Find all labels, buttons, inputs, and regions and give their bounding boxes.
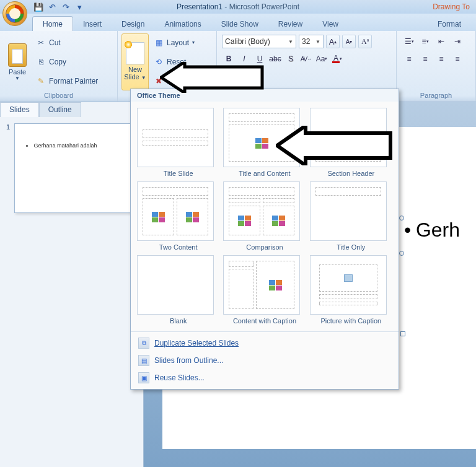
layout-label: Layout	[167, 38, 189, 47]
chevron-down-icon: ▼	[315, 39, 320, 45]
layout-button[interactable]: ▦ Layout ▾	[151, 37, 197, 49]
bullets-button[interactable]: ☰▾	[402, 35, 416, 48]
gallery-footer: ⧉ Duplicate Selected Slides ▤ Slides fro…	[131, 331, 399, 389]
numbering-button[interactable]: ≡▾	[418, 35, 433, 48]
group-paragraph: ☰▾ ≡▾ ⇤ ⇥ ≡ ≡ ≡ ≡ Paragraph	[397, 31, 476, 102]
clear-formatting-button[interactable]: Aª	[358, 35, 372, 48]
slide-number: 1	[6, 123, 10, 131]
chevron-down-icon: ▼	[288, 39, 293, 45]
align-right-button[interactable]: ≡	[434, 52, 449, 66]
paste-icon	[8, 43, 27, 67]
app-name: Microsoft PowerPoint	[229, 2, 299, 11]
copy-icon: ⎘	[36, 57, 46, 67]
paste-button[interactable]: Paste ▼	[4, 33, 31, 90]
tab-home[interactable]: Home	[32, 16, 73, 31]
underline-button[interactable]: U	[253, 52, 267, 66]
grow-font-button[interactable]: A▴	[326, 35, 340, 48]
resize-handle[interactable]	[399, 251, 404, 256]
cut-button[interactable]: ✂ Cut	[33, 37, 100, 49]
picture-icon	[344, 274, 353, 282]
tab-review[interactable]: Review	[268, 17, 312, 31]
new-slide-button[interactable]: New Slide ▼	[121, 33, 149, 90]
layout-comparison[interactable]: Comparison	[223, 181, 306, 251]
shrink-font-button[interactable]: A▾	[342, 35, 356, 48]
resize-handle[interactable]	[399, 216, 404, 220]
delete-button[interactable]: ✖ Delete	[151, 75, 197, 87]
layout-title-slide[interactable]: Title Slide	[137, 108, 219, 178]
font-name-combo[interactable]: Calibri (Body) ▼	[222, 35, 296, 48]
layout-picture-with-caption[interactable]: Picture with Caption	[310, 255, 392, 325]
layout-label: Content with Caption	[223, 317, 306, 325]
change-case-button[interactable]: Aa▾	[315, 52, 328, 66]
format-painter-button[interactable]: ✎ Format Painter	[33, 75, 100, 87]
redo-icon[interactable]: ↷	[60, 1, 72, 12]
reuse-icon: ▣	[138, 372, 149, 383]
cut-label: Cut	[49, 38, 61, 47]
qat-more-icon[interactable]: ▾	[73, 1, 86, 12]
layout-label: Section Header	[310, 170, 392, 178]
new-slide-layout-gallery: Office Theme Title Slide Title and Conte…	[130, 89, 399, 390]
office-button[interactable]	[2, 1, 27, 26]
align-center-button[interactable]: ≡	[418, 52, 433, 66]
layout-section-header[interactable]: Section Header	[310, 108, 392, 178]
font-size-combo[interactable]: 32 ▼	[299, 35, 324, 48]
reset-button[interactable]: ⟲ Reset	[151, 56, 197, 68]
outline-icon: ▤	[138, 355, 149, 366]
layout-label: Title and Content	[223, 170, 306, 178]
panel-tab-slides[interactable]: Slides	[0, 102, 39, 117]
outline-label: Slides from Outline...	[154, 356, 223, 365]
align-left-button[interactable]: ≡	[402, 52, 416, 66]
content-placeholder-icon	[255, 138, 268, 149]
paste-label: Paste	[9, 68, 26, 76]
tab-slideshow[interactable]: Slide Show	[211, 17, 268, 31]
tab-format[interactable]: Format	[428, 17, 471, 31]
slides-from-outline-button[interactable]: ▤ Slides from Outline...	[131, 352, 399, 369]
new-slide-label-1: New	[128, 66, 142, 73]
layout-two-content[interactable]: Two Content	[137, 181, 219, 251]
group-clipboard-label: Clipboard	[4, 90, 113, 100]
justify-button[interactable]: ≡	[450, 52, 465, 66]
layout-label: Blank	[137, 317, 219, 325]
copy-button[interactable]: ⎘ Copy	[33, 56, 100, 68]
resize-handle[interactable]	[400, 331, 405, 336]
italic-button[interactable]: I	[237, 52, 251, 66]
bold-button[interactable]: B	[222, 52, 236, 66]
layout-label: Comparison	[223, 243, 306, 251]
slides-panel: Slides Outline 1 Gerhana matahari adalah	[0, 102, 144, 467]
layout-title-only[interactable]: Title Only	[310, 181, 392, 251]
layout-label: Title Slide	[137, 170, 219, 178]
strikethrough-button[interactable]: abc	[268, 52, 282, 66]
tab-view[interactable]: View	[312, 17, 348, 31]
copy-label: Copy	[49, 58, 66, 66]
layout-title-and-content[interactable]: Title and Content	[223, 108, 306, 178]
duplicate-icon: ⧉	[138, 338, 149, 349]
layout-icon: ▦	[154, 38, 164, 48]
chevron-down-icon: ▼	[141, 75, 146, 81]
delete-label: Delete	[167, 77, 188, 85]
tab-animations[interactable]: Animations	[154, 17, 211, 31]
undo-icon[interactable]: ↶	[46, 1, 58, 12]
chevron-down-icon: ▼	[15, 76, 20, 81]
character-spacing-button[interactable]: AV↔	[299, 52, 313, 66]
tab-insert[interactable]: Insert	[73, 17, 112, 31]
increase-indent-button[interactable]: ⇥	[450, 35, 465, 48]
quick-access-toolbar: 💾 ↶ ↷ ▾	[32, 0, 86, 14]
ribbon-tabs: Home Insert Design Animations Slide Show…	[0, 14, 476, 31]
text-shadow-button[interactable]: S	[284, 52, 298, 66]
layout-blank[interactable]: Blank	[137, 255, 219, 325]
slide-thumbnail-1[interactable]: Gerhana matahari adalah	[14, 123, 135, 213]
duplicate-slides-button[interactable]: ⧉ Duplicate Selected Slides	[131, 334, 399, 352]
reuse-label: Reuse Slides...	[154, 373, 205, 382]
tab-design[interactable]: Design	[112, 17, 154, 31]
decrease-indent-button[interactable]: ⇤	[434, 35, 449, 48]
chevron-down-icon: ▾	[192, 40, 195, 45]
layout-label: Two Content	[137, 243, 219, 251]
reuse-slides-button[interactable]: ▣ Reuse Slides...	[131, 369, 399, 386]
save-icon[interactable]: 💾	[32, 1, 45, 12]
panel-tab-outline[interactable]: Outline	[39, 102, 81, 117]
font-color-button[interactable]: A▾	[330, 52, 344, 66]
font-size-value: 32	[302, 37, 310, 46]
thumbnail-text: Gerhana matahari adalah	[33, 142, 125, 149]
layout-content-with-caption[interactable]: Content with Caption	[223, 255, 306, 325]
scissors-icon: ✂	[36, 38, 46, 48]
